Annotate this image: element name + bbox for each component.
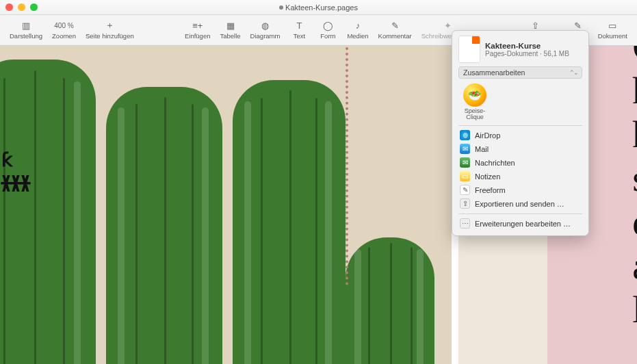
view-label: Darstellung bbox=[10, 32, 42, 40]
media-button[interactable]: ♪Medien bbox=[343, 18, 372, 41]
share-option-extensions[interactable]: ⋯Erweiterungen bearbeiten … bbox=[458, 217, 582, 231]
insert-label: Einfügen bbox=[185, 32, 211, 40]
maximize-window-button[interactable] bbox=[30, 3, 38, 11]
text-label: Text bbox=[294, 32, 305, 40]
text-button[interactable]: TText bbox=[285, 18, 313, 41]
insert-button[interactable]: ≡+Einfügen bbox=[181, 18, 215, 41]
chart-label: Diagramm bbox=[250, 32, 281, 40]
collaborate-label: Zusammenarbeiten bbox=[463, 68, 525, 77]
share-option-label: Notizen bbox=[475, 172, 500, 181]
airdrop-icon: ⊚ bbox=[460, 130, 470, 140]
share-file-subtitle: Pages-Dokument · 56,1 MB bbox=[485, 50, 569, 57]
share-option-mail[interactable]: ✉Mail bbox=[458, 142, 582, 156]
text-icon: T bbox=[296, 19, 302, 31]
document-title: Kakteen-Kurse.pages bbox=[0, 3, 637, 12]
export-icon: ⇪ bbox=[460, 198, 470, 209]
add-page-button[interactable]: ＋Seite hinzufügen bbox=[81, 18, 138, 41]
selection-guide bbox=[346, 46, 348, 285]
media-label: Medien bbox=[347, 32, 368, 40]
mail-icon: ✉ bbox=[460, 144, 470, 154]
comment-button[interactable]: ✎Kommentar bbox=[374, 18, 416, 41]
modified-indicator-icon bbox=[279, 5, 283, 10]
add-page-label: Seite hinzufügen bbox=[86, 32, 134, 40]
share-option-freeform[interactable]: ✎Freeform bbox=[458, 183, 582, 197]
contact-name-label: Speise- Clique bbox=[465, 108, 486, 121]
extensions-icon: ⋯ bbox=[460, 218, 470, 229]
page-right-text: C h h s d a le bbox=[632, 46, 637, 332]
writing-tools-icon: ✦ bbox=[444, 19, 452, 31]
document-button[interactable]: ▭Dokument bbox=[594, 18, 632, 41]
media-icon: ♪ bbox=[356, 19, 361, 31]
table-icon: ▦ bbox=[226, 19, 235, 31]
share-file-title: Kakteen-Kurse bbox=[485, 42, 569, 50]
shape-button[interactable]: ◯Form bbox=[314, 18, 341, 41]
share-option-label: Exportieren und senden … bbox=[475, 200, 564, 208]
cactus-illustration bbox=[106, 87, 222, 364]
page-left: ƙ ᚕᚕᚕ bbox=[0, 46, 452, 364]
zoom-button[interactable]: 400 %Zoomen bbox=[48, 18, 80, 41]
chart-button[interactable]: ◍Diagramm bbox=[246, 18, 285, 41]
close-window-button[interactable] bbox=[5, 3, 13, 11]
comment-label: Kommentar bbox=[378, 32, 412, 40]
document-icon: ▭ bbox=[608, 19, 616, 31]
freeform-icon: ✎ bbox=[460, 185, 470, 195]
zoom-level-label: 400 % bbox=[54, 19, 73, 31]
window-titlebar: Kakteen-Kurse.pages bbox=[0, 0, 637, 15]
share-option-export[interactable]: ⇪Exportieren und senden … bbox=[458, 197, 582, 211]
minimize-window-button[interactable] bbox=[18, 3, 25, 11]
document-name-label: Kakteen-Kurse.pages bbox=[285, 3, 358, 12]
cactus-illustration bbox=[0, 60, 96, 364]
add-page-icon: ＋ bbox=[105, 19, 114, 31]
insert-icon: ≡+ bbox=[192, 19, 203, 31]
share-option-messages[interactable]: ✉Nachrichten bbox=[458, 156, 582, 170]
zoom-label: Zoomen bbox=[52, 32, 76, 40]
view-icon: ▥ bbox=[22, 19, 30, 31]
file-icon bbox=[458, 36, 480, 63]
share-option-label: Erweiterungen bearbeiten … bbox=[475, 220, 571, 228]
chevron-updown-icon: ⌃⌄ bbox=[569, 69, 577, 76]
comment-icon: ✎ bbox=[391, 19, 399, 31]
cactus-illustration bbox=[233, 80, 346, 364]
shape-icon: ◯ bbox=[323, 19, 333, 31]
chart-icon: ◍ bbox=[261, 19, 269, 31]
cactus-illustration bbox=[346, 237, 434, 364]
share-option-label: Freeform bbox=[475, 186, 506, 194]
contact-avatar-icon: 🥗 bbox=[463, 83, 486, 107]
view-button[interactable]: ▥Darstellung bbox=[5, 18, 47, 41]
share-popover: Kakteen-Kurse Pages-Dokument · 56,1 MB Z… bbox=[452, 30, 589, 236]
share-option-label: Nachrichten bbox=[475, 159, 515, 167]
collaborate-dropdown[interactable]: Zusammenarbeiten ⌃⌄ bbox=[458, 66, 582, 79]
share-contact[interactable]: 🥗 Speise- Clique bbox=[458, 83, 491, 121]
share-option-notes[interactable]: ▭Notizen bbox=[458, 170, 582, 183]
notes-icon: ▭ bbox=[460, 171, 470, 181]
share-option-airdrop[interactable]: ⊚AirDrop bbox=[458, 129, 582, 142]
table-label: Tabelle bbox=[220, 32, 240, 40]
document-label: Dokument bbox=[598, 32, 627, 40]
traffic-lights bbox=[5, 3, 38, 11]
table-button[interactable]: ▦Tabelle bbox=[216, 18, 244, 41]
handwritten-annotation: ƙ ᚕᚕᚕ bbox=[1, 148, 30, 194]
share-option-label: Mail bbox=[475, 145, 489, 153]
shape-label: Form bbox=[320, 32, 335, 40]
share-option-label: AirDrop bbox=[475, 131, 500, 140]
messages-icon: ✉ bbox=[460, 157, 470, 168]
